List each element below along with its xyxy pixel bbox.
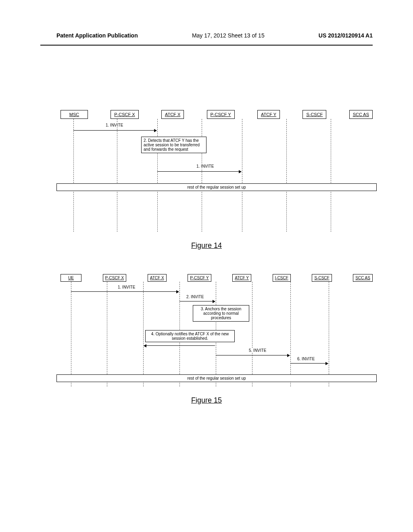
fig15-arrow6 (290, 363, 328, 364)
header-divider (40, 45, 373, 46)
fig14-spanbox: rest of the regular session set up (56, 183, 377, 191)
fig15-entity-pcscfx: P-CSCF X (103, 274, 127, 282)
fig15-entity-pcscfy: P-CSCF Y (188, 274, 211, 282)
fig14-arrow3 (157, 171, 241, 172)
fig15-note3: 3. Anchors the session according to norm… (193, 305, 249, 322)
fig15-entity-atcfx: ATCF X (148, 274, 167, 282)
fig14-caption: Figure 14 (0, 241, 413, 250)
header-publication: Patent Application Publication (56, 32, 138, 39)
fig15-msg2-label: 2. INVITE (186, 295, 204, 299)
header-pubnum: US 2012/0120914 A1 (319, 32, 373, 39)
fig14-entity-msc: MSC (60, 110, 88, 119)
fig14-entity-scscf: S-CSCF (302, 110, 326, 119)
fig15-msg1-label: 1. INVITE (117, 285, 136, 289)
figure-14: MSC P-CSCF X ATCF X P-CSCF Y ATCF Y S-CS… (60, 110, 373, 232)
fig14-entity-atcfy: ATCF Y (257, 110, 280, 119)
fig15-msg5-label: 5. INVITE (248, 348, 267, 353)
fig14-entities: MSC P-CSCF X ATCF X P-CSCF Y ATCF Y S-CS… (60, 110, 373, 119)
fig15-note4: 4. Optionally notifies the ATCF X of the… (145, 330, 235, 342)
fig15-entity-icscf: I-CSCF (273, 274, 291, 282)
fig14-msg1-label: 1. INVITE (105, 123, 124, 127)
fig14-entity-sccas: SCC AS (349, 110, 373, 119)
fig15-msg6-label: 6. INVITE (296, 357, 315, 361)
header-date-sheet: May 17, 2012 Sheet 13 of 15 (192, 32, 265, 39)
fig14-entity-pcscfy: P-CSCF Y (207, 110, 235, 119)
page-header: Patent Application Publication May 17, 2… (0, 0, 413, 43)
fig15-entities: UE P-CSCF X ATCF X P-CSCF Y ATCF Y I-CSC… (60, 274, 373, 282)
fig14-arrow1 (73, 130, 156, 131)
fig15-entity-ue: UE (60, 274, 81, 282)
fig14-entity-atcfx: ATCF X (161, 110, 184, 119)
fig15-caption: Figure 15 (0, 396, 413, 405)
fig14-note2: 2. Detects that ATCF Y has the active se… (141, 137, 206, 153)
fig15-arrow1 (71, 291, 179, 292)
fig15-entity-atcfy: ATCF Y (232, 274, 251, 282)
figure-15: UE P-CSCF X ATCF X P-CSCF Y ATCF Y I-CSC… (60, 274, 373, 387)
fig14-entity-pcscfx: P-CSCF X (111, 110, 138, 119)
fig15-arrow5 (216, 355, 290, 355)
fig14-msg3-label: 1. INVITE (196, 164, 215, 168)
fig15-entity-scscf: S-CSCF (312, 274, 332, 282)
fig15-arrow4 (144, 345, 215, 346)
fig15-arrow2 (179, 301, 215, 301)
fig15-entity-sccas: SCC AS (353, 274, 373, 282)
fig14-seq: 1. INVITE 2. Detects that ATCF Y has the… (60, 119, 373, 232)
fig15-seq: 1. INVITE 2. INVITE 3. Anchors the sessi… (60, 282, 373, 387)
fig15-spanbox: rest of the regular session set up (56, 374, 377, 382)
